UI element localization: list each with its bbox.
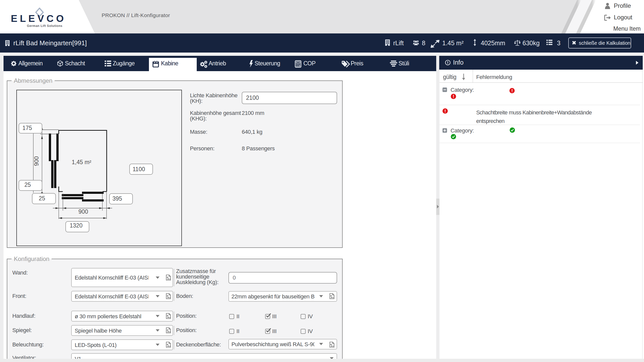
svg-text:900: 900 [33, 156, 40, 166]
svg-text:395: 395 [112, 195, 122, 202]
svg-text:1100: 1100 [133, 166, 145, 172]
svg-text:1320: 1320 [70, 222, 83, 229]
svg-text:900: 900 [78, 208, 88, 215]
svg-text:1,45 m²: 1,45 m² [72, 159, 91, 165]
svg-text:175: 175 [22, 125, 32, 131]
svg-text:25: 25 [24, 182, 31, 188]
svg-text:25: 25 [39, 195, 45, 202]
